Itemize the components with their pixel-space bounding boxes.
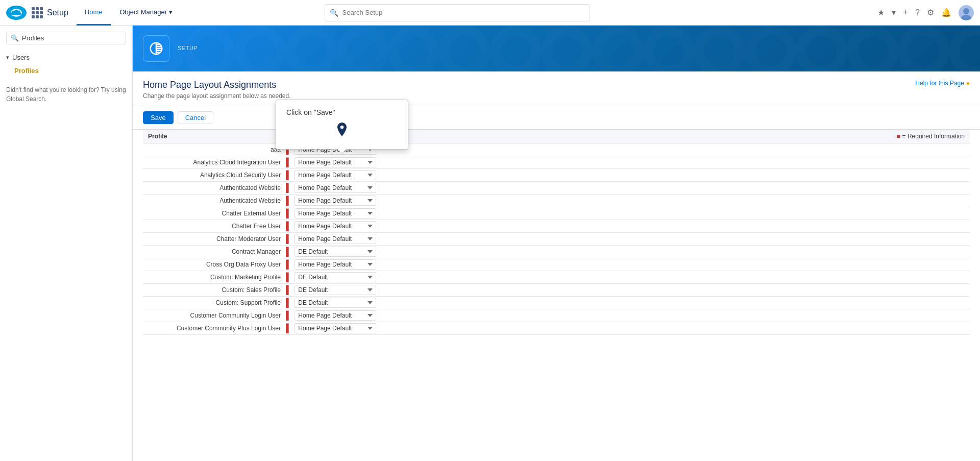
profile-column-header: Profile — [148, 133, 167, 140]
table-row: Custom: Marketing Profile▌Home Page Defa… — [143, 271, 970, 284]
profile-select-wrap: ▌Home Page DefaultDE Default — [286, 196, 376, 206]
required-dot: ▌ — [286, 158, 291, 167]
profile-select-wrap: ▌Home Page DefaultDE Default — [286, 144, 376, 155]
sidebar-section-users: ▾ Users Profiles — [0, 51, 132, 77]
layout-select[interactable]: Home Page DefaultDE Default — [295, 208, 376, 219]
profile-name-label: Authenticated Website — [143, 184, 286, 191]
chevron-down-icon: ▾ — [169, 8, 173, 16]
save-button[interactable]: Save — [143, 111, 174, 124]
layout-select[interactable]: Home Page DefaultDE Default — [295, 323, 376, 333]
required-dot: ▌ — [286, 311, 291, 320]
profile-name-label: Authenticated Website — [143, 197, 286, 204]
main-content: Home Page Layout Assignments Change the … — [133, 71, 980, 461]
layout-select[interactable]: Home Page DefaultDE Default — [295, 298, 376, 308]
user-avatar[interactable] — [959, 5, 974, 20]
favorites-dropdown-icon[interactable]: ▾ — [892, 8, 896, 17]
layout-select[interactable]: Home Page DefaultDE Default — [295, 247, 376, 257]
table-row: aaa▌Home Page DefaultDE Default — [143, 143, 970, 156]
tab-object-manager[interactable]: Object Manager ▾ — [112, 0, 181, 26]
profile-select-wrap: ▌Home Page DefaultDE Default — [286, 298, 376, 308]
sidebar-item-profiles[interactable]: Profiles — [0, 64, 132, 77]
profile-name-label: Customer Community Login User — [143, 312, 286, 319]
nav-tabs: Home Object Manager ▾ — [77, 0, 181, 26]
settings-icon[interactable]: ⚙ — [927, 8, 934, 17]
layout-select[interactable]: Home Page DefaultDE Default — [295, 144, 376, 155]
table-row: Custom: Sales Profile▌Home Page DefaultD… — [143, 284, 970, 297]
required-dot: ▌ — [286, 209, 291, 218]
required-dot: ▌ — [286, 285, 291, 295]
sidebar-help-text: Didn't find what you're looking for? Try… — [0, 79, 132, 110]
required-dot: ▌ — [286, 145, 291, 154]
search-input[interactable] — [325, 4, 590, 21]
layout-select[interactable]: Home Page DefaultDE Default — [295, 285, 376, 295]
help-link[interactable]: Help for this Page ● — [915, 80, 970, 87]
profile-select-wrap: ▌Home Page DefaultDE Default — [286, 285, 376, 295]
required-dot: ▌ — [286, 234, 291, 244]
page-subtitle: Change the page layout assignment below … — [143, 92, 291, 100]
tab-home[interactable]: Home — [77, 0, 111, 26]
profile-name-label: Cross Org Data Proxy User — [143, 261, 286, 268]
add-icon[interactable]: + — [903, 7, 909, 18]
profiles-list: aaa▌Home Page DefaultDE DefaultAnalytics… — [143, 143, 970, 335]
help-icon[interactable]: ? — [915, 8, 920, 17]
layout-table: Profile ■ = Required Information aaa▌Hom… — [133, 130, 980, 335]
sidebar-section-users-header[interactable]: ▾ Users — [0, 51, 132, 64]
table-row: Analytics Cloud Security User▌Home Page … — [143, 169, 970, 182]
layout-select[interactable]: Home Page DefaultDE Default — [295, 170, 376, 180]
profile-name-label: Chatter Free User — [143, 223, 286, 230]
profile-select-wrap: ▌Home Page DefaultDE Default — [286, 323, 376, 333]
profile-name-label: Chatter Moderator User — [143, 235, 286, 242]
layout-select[interactable]: Home Page DefaultDE Default — [295, 183, 376, 193]
chevron-down-icon: ▾ — [6, 54, 9, 61]
layout-select[interactable]: Home Page DefaultDE Default — [295, 259, 376, 270]
salesforce-logo[interactable] — [6, 6, 27, 20]
page-header-left: Home Page Layout Assignments Change the … — [143, 80, 291, 100]
required-marker: ■ — [896, 133, 900, 140]
profile-select-wrap: ▌Home Page DefaultDE Default — [286, 272, 376, 282]
top-navigation: Setup Home Object Manager ▾ 🔍 ★ ▾ + ? ⚙ … — [0, 0, 980, 26]
cancel-button[interactable]: Cancel — [178, 111, 213, 124]
breadcrumb-setup: SETUP — [178, 45, 198, 51]
help-circle-icon: ● — [966, 80, 970, 87]
layout-select[interactable]: Home Page DefaultDE Default — [295, 234, 376, 244]
profile-name-label: Contract Manager — [143, 248, 286, 255]
required-dot: ▌ — [286, 260, 291, 269]
layout-select[interactable]: Home Page DefaultDE Default — [295, 157, 376, 167]
main-layout: 🔍 Profiles ▾ Users Profiles Didn't find … — [0, 26, 980, 461]
setup-banner-icon — [143, 35, 169, 62]
svg-point-1 — [963, 8, 969, 14]
notifications-icon[interactable]: 🔔 — [941, 8, 951, 17]
profile-name-label: Custom: Support Profile — [143, 299, 286, 306]
required-dot: ▌ — [286, 196, 291, 205]
profile-select-wrap: ▌Home Page DefaultDE Default — [286, 247, 376, 257]
app-title: Setup — [47, 8, 68, 17]
profile-name-label: Customer Community Plus Login User — [143, 325, 286, 332]
sidebar-search-input[interactable]: Profiles — [22, 34, 121, 42]
profile-name-label: Chatter External User — [143, 210, 286, 217]
table-row: Chatter External User▌Home Page DefaultD… — [143, 207, 970, 220]
favorites-star-icon[interactable]: ★ — [877, 8, 885, 17]
action-bar: Save Cancel — [133, 106, 980, 130]
apps-grid-icon[interactable] — [32, 7, 43, 18]
required-legend: ■ = Required Information — [896, 133, 965, 140]
layout-select[interactable]: Home Page DefaultDE Default — [295, 221, 376, 231]
layout-select[interactable]: Home Page DefaultDE Default — [295, 310, 376, 321]
layout-select[interactable]: Home Page DefaultDE Default — [295, 272, 376, 282]
required-dot: ▌ — [286, 222, 291, 231]
banner-breadcrumb: SETUP — [178, 45, 198, 52]
table-row: Analytics Cloud Integration User▌Home Pa… — [143, 156, 970, 169]
table-row: Chatter Free User▌Home Page DefaultDE De… — [143, 220, 970, 233]
table-row: Cross Org Data Proxy User▌Home Page Defa… — [143, 258, 970, 271]
global-search: 🔍 — [325, 4, 590, 21]
profile-select-wrap: ▌Home Page DefaultDE Default — [286, 157, 376, 167]
profile-select-wrap: ▌Home Page DefaultDE Default — [286, 259, 376, 270]
layout-select[interactable]: Home Page DefaultDE Default — [295, 196, 376, 206]
required-dot: ▌ — [286, 273, 291, 282]
required-dot: ▌ — [286, 183, 291, 192]
top-actions: ★ ▾ + ? ⚙ 🔔 — [877, 5, 974, 20]
profile-name-label: Custom: Marketing Profile — [143, 274, 286, 281]
profile-select-wrap: ▌Home Page DefaultDE Default — [286, 234, 376, 244]
profile-select-wrap: ▌Home Page DefaultDE Default — [286, 170, 376, 180]
page-title: Home Page Layout Assignments — [143, 80, 291, 90]
profile-name-label: aaa — [143, 146, 286, 153]
